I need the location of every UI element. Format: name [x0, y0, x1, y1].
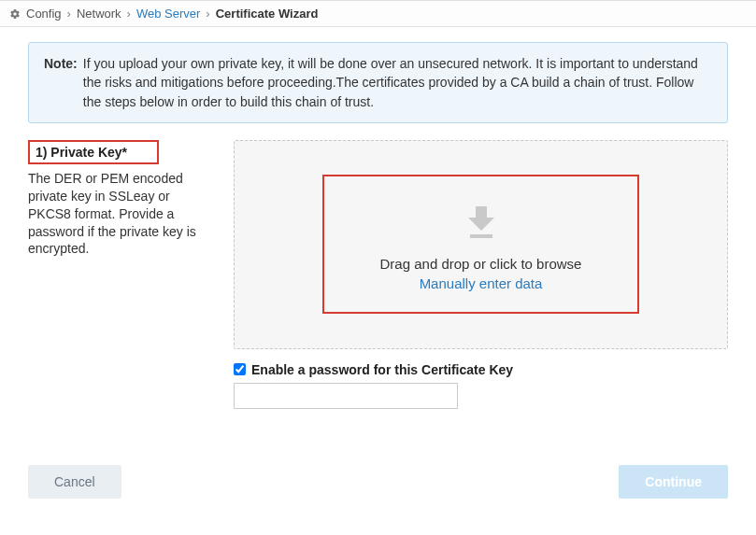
password-input[interactable] [234, 383, 458, 409]
step-description: The DER or PEM encoded private key in SS… [28, 170, 215, 258]
breadcrumb-item-config[interactable]: Config [26, 7, 62, 21]
enable-password-label: Enable a password for this Certificate K… [251, 362, 513, 377]
continue-button[interactable]: Continue [619, 465, 728, 499]
breadcrumb-item-current: Certificate Wizard [216, 7, 319, 21]
download-icon [380, 203, 582, 246]
breadcrumb-item-webserver[interactable]: Web Server [136, 7, 200, 21]
manual-entry-link[interactable]: Manually enter data [380, 275, 582, 291]
gear-icon [9, 8, 21, 20]
file-dropzone[interactable]: Drag and drop or click to browse Manuall… [234, 140, 728, 349]
chevron-right-icon: › [206, 7, 209, 21]
chevron-right-icon: › [127, 7, 131, 21]
cancel-button[interactable]: Cancel [28, 465, 121, 499]
breadcrumb: Config › Network › Web Server › Certific… [0, 0, 756, 27]
note-label: Note: [44, 54, 78, 111]
chevron-right-icon: › [67, 7, 71, 21]
enable-password-checkbox[interactable] [234, 363, 246, 375]
svg-rect-0 [470, 234, 492, 238]
dropzone-text: Drag and drop or click to browse [380, 256, 582, 272]
note-box: Note: If you upload your own private key… [28, 42, 728, 123]
step-title: 1) Private Key* [28, 140, 159, 164]
breadcrumb-item-network[interactable]: Network [77, 7, 121, 21]
dropzone-highlight: Drag and drop or click to browse Manuall… [322, 175, 640, 314]
note-text: If you upload your own private key, it w… [83, 54, 712, 111]
